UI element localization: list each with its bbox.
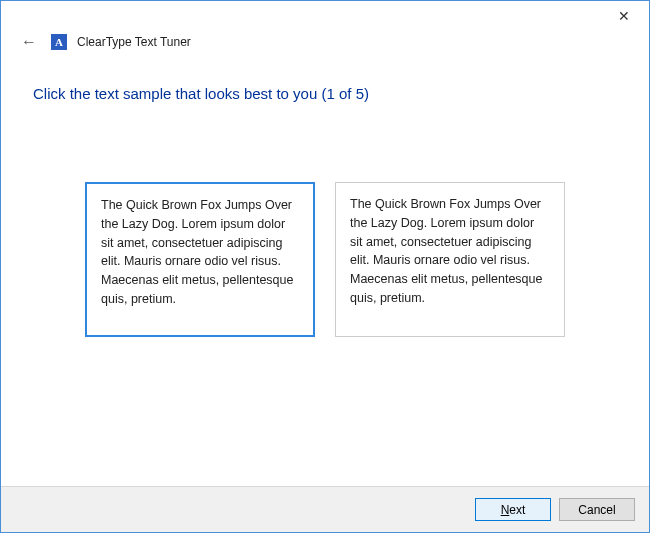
titlebar: ✕ (1, 1, 649, 31)
content-area: Click the text sample that looks best to… (1, 61, 649, 486)
close-icon[interactable]: ✕ (609, 8, 639, 24)
next-button[interactable]: Next (475, 498, 551, 521)
cancel-button[interactable]: Cancel (559, 498, 635, 521)
page-heading: Click the text sample that looks best to… (33, 85, 617, 102)
back-arrow-icon[interactable]: ← (17, 31, 41, 53)
window: ✕ ← A ClearType Text Tuner Click the tex… (0, 0, 650, 533)
text-sample-2[interactable]: The Quick Brown Fox Jumps Over the Lazy … (335, 182, 565, 337)
app-icon: A (51, 34, 67, 50)
sample-container: The Quick Brown Fox Jumps Over the Lazy … (33, 182, 617, 337)
header: ← A ClearType Text Tuner (1, 31, 649, 61)
text-sample-1[interactable]: The Quick Brown Fox Jumps Over the Lazy … (85, 182, 315, 337)
app-title: ClearType Text Tuner (77, 35, 191, 49)
footer: Next Cancel (1, 486, 649, 532)
